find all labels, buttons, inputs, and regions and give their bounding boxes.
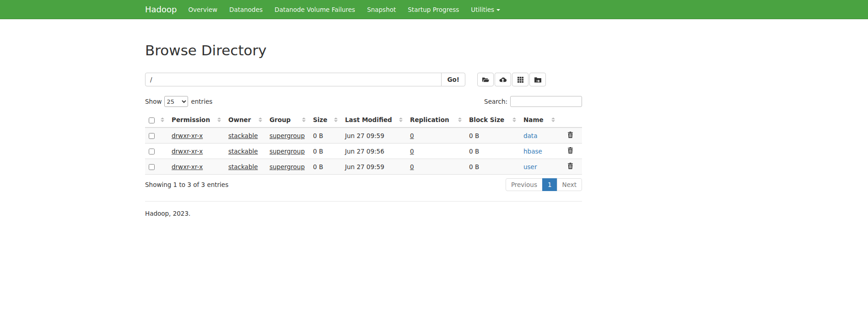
replication-cell[interactable]: 0 bbox=[410, 163, 414, 170]
grid-icon bbox=[518, 77, 523, 83]
last-modified-cell: Jun 27 09:59 bbox=[341, 128, 406, 144]
move-button[interactable] bbox=[529, 73, 546, 86]
row-checkbox[interactable] bbox=[149, 164, 155, 170]
row-checkbox[interactable] bbox=[149, 149, 155, 154]
block-size-cell: 0 B bbox=[465, 144, 520, 159]
file-name-link[interactable]: data bbox=[523, 132, 537, 139]
nav-item-snapshot[interactable]: Snapshot bbox=[361, 0, 402, 19]
column-header-owner[interactable]: Owner bbox=[225, 112, 266, 128]
search-label: Search: bbox=[484, 98, 507, 105]
last-modified-cell: Jun 27 09:59 bbox=[341, 159, 406, 175]
replication-cell[interactable]: 0 bbox=[410, 148, 414, 155]
grid-view-button[interactable] bbox=[512, 73, 528, 86]
row-checkbox[interactable] bbox=[149, 133, 155, 139]
show-label: Show bbox=[145, 98, 162, 105]
go-button[interactable]: Go! bbox=[441, 73, 465, 86]
page-size-select[interactable]: 25 bbox=[164, 96, 188, 107]
trash-icon bbox=[567, 163, 573, 169]
site-footer: Hadoop, 2023. bbox=[145, 210, 582, 217]
size-cell: 0 B bbox=[309, 128, 341, 144]
directory-action-buttons bbox=[477, 73, 546, 86]
sort-icon bbox=[551, 117, 555, 122]
trash-icon bbox=[567, 132, 573, 138]
column-header-replication[interactable]: Replication bbox=[406, 112, 465, 128]
table-body: drwxr-xr-x stackable supergroup 0 B Jun … bbox=[145, 128, 582, 175]
search-input[interactable] bbox=[510, 96, 582, 107]
pagination-next-button[interactable]: Next bbox=[557, 178, 582, 191]
nav-item-utilities-dropdown[interactable]: Utilities bbox=[465, 0, 506, 19]
nav-item-datanodes[interactable]: Datanodes bbox=[223, 0, 269, 19]
owner-cell[interactable]: stackable bbox=[228, 148, 258, 155]
sort-icon bbox=[259, 117, 262, 122]
permission-cell[interactable]: drwxr-xr-x bbox=[172, 163, 203, 170]
delete-button[interactable] bbox=[567, 147, 573, 154]
group-cell[interactable]: supergroup bbox=[270, 132, 305, 139]
pagination-previous-button[interactable]: Previous bbox=[506, 178, 543, 191]
permission-cell[interactable]: drwxr-xr-x bbox=[172, 132, 203, 139]
caret-down-icon bbox=[496, 9, 500, 11]
main-content: Browse Directory Go! bbox=[145, 42, 582, 217]
utilities-label: Utilities bbox=[471, 6, 494, 13]
column-header-size[interactable]: Size bbox=[309, 112, 341, 128]
column-header-permission[interactable]: Permission bbox=[168, 112, 225, 128]
nav-item-overview[interactable]: Overview bbox=[182, 0, 223, 19]
last-modified-cell: Jun 27 09:56 bbox=[341, 144, 406, 159]
replication-cell[interactable]: 0 bbox=[410, 132, 414, 139]
sort-icon bbox=[302, 117, 306, 122]
nav-item-startup-progress[interactable]: Startup Progress bbox=[402, 0, 465, 19]
directory-input-group: Go! bbox=[145, 73, 465, 86]
file-name-link[interactable]: hbase bbox=[523, 148, 542, 155]
sort-icon bbox=[217, 117, 221, 122]
folder-open-icon bbox=[482, 77, 489, 83]
delete-button[interactable] bbox=[567, 132, 573, 138]
column-header-group[interactable]: Group bbox=[266, 112, 309, 128]
trash-icon bbox=[567, 147, 573, 154]
table-row: drwxr-xr-x stackable supergroup 0 B Jun … bbox=[145, 144, 582, 159]
sort-icon bbox=[334, 117, 338, 122]
path-bar: Go! bbox=[145, 73, 582, 86]
select-all-checkbox[interactable] bbox=[149, 117, 155, 123]
permission-cell[interactable]: drwxr-xr-x bbox=[172, 148, 203, 155]
table-info-text: Showing 1 to 3 of 3 entries bbox=[145, 181, 228, 188]
footer-divider bbox=[145, 201, 582, 202]
table-footer: Showing 1 to 3 of 3 entries Previous 1 N… bbox=[145, 178, 582, 191]
column-header-name[interactable]: Name bbox=[520, 112, 559, 128]
page-length-control: Show 25 entries bbox=[145, 96, 212, 107]
top-navbar: Hadoop Overview Datanodes Datanode Volum… bbox=[0, 0, 868, 19]
block-size-cell: 0 B bbox=[465, 159, 520, 175]
owner-cell[interactable]: stackable bbox=[228, 163, 258, 170]
size-cell: 0 B bbox=[309, 159, 341, 175]
directory-path-input[interactable] bbox=[145, 73, 442, 86]
table-controls: Show 25 entries Search: bbox=[145, 96, 582, 107]
search-control: Search: bbox=[484, 96, 582, 107]
column-header-last-modified[interactable]: Last Modified bbox=[341, 112, 406, 128]
sort-icon bbox=[161, 117, 164, 122]
sort-icon bbox=[512, 117, 516, 122]
cloud-upload-icon bbox=[499, 77, 507, 82]
file-name-link[interactable]: user bbox=[523, 163, 537, 170]
column-header-block-size[interactable]: Block Size bbox=[465, 112, 520, 128]
block-size-cell: 0 B bbox=[465, 128, 520, 144]
pagination-page-1-button[interactable]: 1 bbox=[542, 178, 557, 191]
pagination: Previous 1 Next bbox=[506, 178, 582, 191]
create-directory-button[interactable] bbox=[477, 73, 494, 86]
entries-label: entries bbox=[191, 98, 212, 105]
sort-icon bbox=[399, 117, 403, 122]
column-header-actions bbox=[559, 112, 582, 128]
group-cell[interactable]: supergroup bbox=[270, 148, 305, 155]
nav-item-datanode-volume-failures[interactable]: Datanode Volume Failures bbox=[269, 0, 361, 19]
folder-move-icon bbox=[534, 77, 541, 83]
page-title: Browse Directory bbox=[145, 42, 582, 59]
directory-listing-table: Permission Owner Group Size Last Modifie… bbox=[145, 112, 582, 175]
delete-button[interactable] bbox=[567, 163, 573, 169]
owner-cell[interactable]: stackable bbox=[228, 132, 258, 139]
table-row: drwxr-xr-x stackable supergroup 0 B Jun … bbox=[145, 128, 582, 144]
table-header-row: Permission Owner Group Size Last Modifie… bbox=[145, 112, 582, 128]
size-cell: 0 B bbox=[309, 144, 341, 159]
sort-icon bbox=[458, 117, 462, 122]
upload-files-button[interactable] bbox=[495, 73, 511, 86]
app-brand: Hadoop bbox=[145, 5, 177, 14]
column-header-select[interactable] bbox=[145, 112, 168, 128]
group-cell[interactable]: supergroup bbox=[270, 163, 305, 170]
table-row: drwxr-xr-x stackable supergroup 0 B Jun … bbox=[145, 159, 582, 175]
